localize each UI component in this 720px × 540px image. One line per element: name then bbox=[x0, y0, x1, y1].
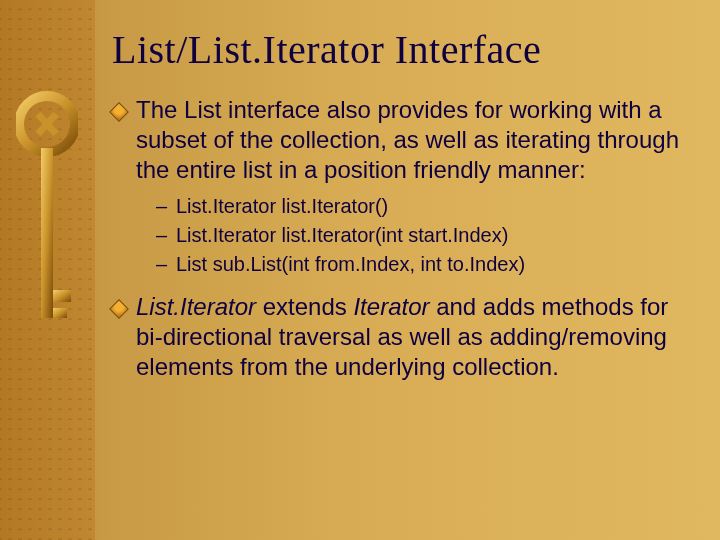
code-word: List bbox=[184, 96, 221, 123]
key-graphic bbox=[16, 90, 78, 374]
sub-text: List.Iterator list.Iterator() bbox=[176, 193, 388, 220]
slide: List/List.Iterator Interface The List in… bbox=[0, 0, 720, 540]
slide-title: List/List.Iterator Interface bbox=[112, 26, 692, 73]
italic-word: List.Iterator bbox=[136, 293, 256, 320]
key-icon bbox=[16, 90, 78, 370]
sub-item: – List.Iterator list.Iterator(int start.… bbox=[156, 222, 692, 249]
text-fragment: The bbox=[136, 96, 184, 123]
bullet-item: The List interface also provides for wor… bbox=[112, 95, 692, 185]
svg-rect-1 bbox=[41, 148, 53, 318]
diamond-bullet-icon bbox=[109, 102, 129, 122]
sub-list: – List.Iterator list.Iterator() – List.I… bbox=[156, 193, 692, 278]
sub-text: List.Iterator list.Iterator(int start.In… bbox=[176, 222, 508, 249]
sub-item: – List.Iterator list.Iterator() bbox=[156, 193, 692, 220]
bullet-text: The List interface also provides for wor… bbox=[136, 95, 692, 185]
sub-text: List sub.List(int from.Index, int to.Ind… bbox=[176, 251, 525, 278]
svg-rect-2 bbox=[53, 290, 71, 302]
svg-rect-3 bbox=[53, 308, 67, 318]
dash-bullet-icon: – bbox=[156, 251, 170, 278]
italic-word: Iterator bbox=[353, 293, 429, 320]
diamond-bullet-icon bbox=[109, 299, 129, 319]
dash-bullet-icon: – bbox=[156, 193, 170, 220]
bullet-text: List.Iterator extends Iterator and adds … bbox=[136, 292, 692, 382]
content-area: List/List.Iterator Interface The List in… bbox=[112, 26, 692, 390]
sub-item: – List sub.List(int from.Index, int to.I… bbox=[156, 251, 692, 278]
bullet-item: List.Iterator extends Iterator and adds … bbox=[112, 292, 692, 382]
dash-bullet-icon: – bbox=[156, 222, 170, 249]
text-fragment: extends bbox=[256, 293, 353, 320]
